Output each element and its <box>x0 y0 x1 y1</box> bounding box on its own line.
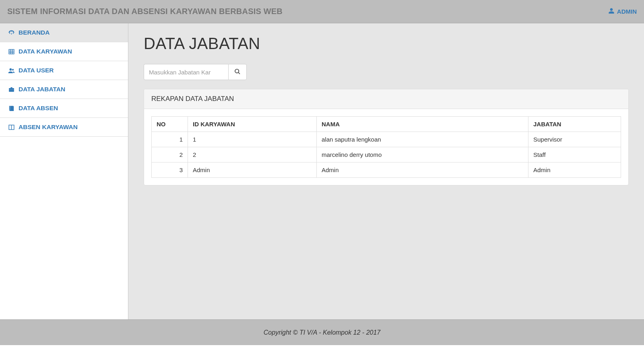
cell-nama: marcelino derry utomo <box>317 147 528 162</box>
cell-jabatan: Supervisor <box>528 132 621 147</box>
cell-nama: Admin <box>317 162 528 178</box>
cell-jabatan: Staff <box>528 147 621 162</box>
table-row: 1 1 alan saputra lengkoan Supervisor <box>152 132 621 147</box>
svg-point-0 <box>9 33 10 33</box>
svg-point-1 <box>12 33 13 33</box>
sidebar-item-label: DATA JABATAN <box>19 86 65 93</box>
svg-rect-10 <box>9 88 14 91</box>
user-label: ADMIN <box>617 8 637 15</box>
user-icon <box>608 8 617 15</box>
navbar: SISTEM INFORMASI DATA DAN ABSENSI KARYAW… <box>0 0 644 23</box>
table-header-no: NO <box>152 117 188 132</box>
book-icon <box>7 105 15 112</box>
cell-nama: alan saputra lengkoan <box>317 132 528 147</box>
sidebar-item-label: BERANDA <box>19 29 50 36</box>
panel-title: REKAPAN DATA JABATAN <box>144 89 628 109</box>
cell-jabatan: Admin <box>528 162 621 178</box>
sidebar-item-label: DATA ABSEN <box>19 105 58 112</box>
footer-text: Copyright © TI V/A - Kelompok 12 - 2017 <box>264 329 380 336</box>
sidebar-item-data-karyawan[interactable]: DATA KARYAWAN <box>0 42 128 61</box>
cell-no: 1 <box>152 132 188 147</box>
svg-point-8 <box>9 68 12 70</box>
sidebar-item-data-jabatan[interactable]: DATA JABATAN <box>0 80 128 99</box>
page-title: DATA JABATAN <box>144 35 629 53</box>
cell-no: 3 <box>152 162 188 178</box>
table-header-id: ID KARYAWAN <box>188 117 317 132</box>
cell-id: 1 <box>188 132 317 147</box>
sidebar-item-data-absen[interactable]: DATA ABSEN <box>0 99 128 118</box>
cell-id: 2 <box>188 147 317 162</box>
cell-no: 2 <box>152 147 188 162</box>
panel: REKAPAN DATA JABATAN NO ID KARYAWAN NAMA… <box>144 89 629 185</box>
svg-rect-11 <box>9 89 14 90</box>
cell-id: Admin <box>188 162 317 178</box>
user-menu[interactable]: ADMIN <box>608 8 637 15</box>
table-row: 3 Admin Admin Admin <box>152 162 621 178</box>
sidebar-item-label: DATA KARYAWAN <box>19 48 72 55</box>
search-button[interactable] <box>228 64 247 80</box>
search-form <box>144 64 629 80</box>
columns-icon <box>7 124 15 131</box>
app-title: SISTEM INFORMASI DATA DAN ABSENSI KARYAW… <box>7 7 283 16</box>
sidebar-item-absen-karyawan[interactable]: ABSEN KARYAWAN <box>0 118 128 137</box>
sidebar-item-beranda[interactable]: BERANDA <box>0 23 128 42</box>
table-row: 2 2 marcelino derry utomo Staff <box>152 147 621 162</box>
svg-point-9 <box>12 69 13 70</box>
sidebar: BERANDA DATA KARYAWAN DATA USER DATA JAB… <box>0 23 128 319</box>
dashboard-icon <box>7 29 15 36</box>
sidebar-item-label: DATA USER <box>19 67 54 74</box>
sidebar-item-label: ABSEN KARYAWAN <box>19 123 78 131</box>
svg-rect-3 <box>9 49 14 53</box>
svg-point-2 <box>11 31 12 31</box>
search-input[interactable] <box>144 64 228 80</box>
svg-line-15 <box>238 72 240 74</box>
users-icon <box>7 67 15 74</box>
table-header-nama: NAMA <box>317 117 528 132</box>
sidebar-item-data-user[interactable]: DATA USER <box>0 61 128 80</box>
main-content: DATA JABATAN REKAPAN DATA JABATAN NO ID … <box>128 23 644 319</box>
table-icon <box>7 48 15 55</box>
briefcase-icon <box>7 86 15 93</box>
search-icon <box>234 68 241 76</box>
svg-point-14 <box>235 69 239 73</box>
footer: Copyright © TI V/A - Kelompok 12 - 2017 <box>0 319 644 345</box>
table-header-jabatan: JABATAN <box>528 117 621 132</box>
data-table: NO ID KARYAWAN NAMA JABATAN 1 1 alan sap… <box>151 116 621 178</box>
